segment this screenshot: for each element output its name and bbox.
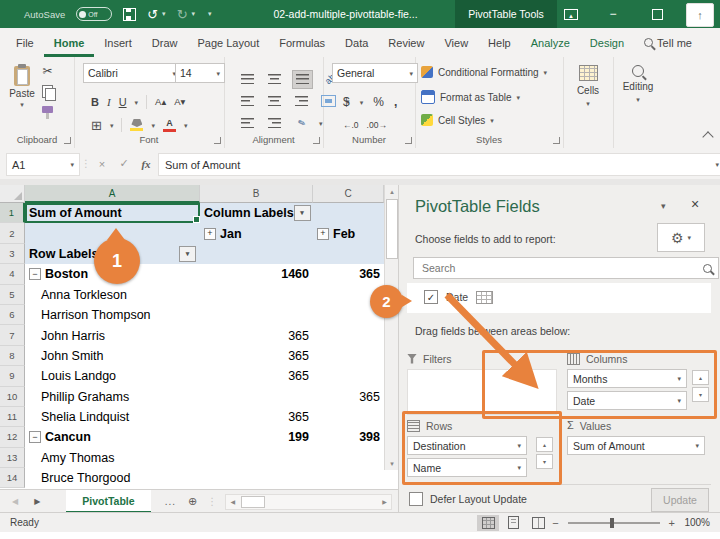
comma-button[interactable]: , xyxy=(394,95,397,109)
dropdown-icon[interactable]: ▾ xyxy=(517,464,521,471)
cell-A11[interactable]: Shelia Lindquist xyxy=(25,407,200,427)
sheet-tab-pivottable[interactable]: PivotTable xyxy=(66,490,150,513)
tab-analyze[interactable]: Analyze xyxy=(521,28,580,57)
scroll-down-icon[interactable]: ▾ xyxy=(385,457,399,470)
undo-icon[interactable]: ↺ xyxy=(147,8,158,21)
cell-A12[interactable]: −Cancun xyxy=(25,427,200,447)
tab-insert[interactable]: Insert xyxy=(94,28,142,57)
row-header-12[interactable]: 12 xyxy=(0,427,25,447)
customize-qat-icon[interactable]: ▾ xyxy=(208,10,212,18)
new-sheet-icon[interactable]: ⊕ xyxy=(188,495,197,508)
next-sheet-icon[interactable]: ▶ xyxy=(34,497,40,506)
cell-A14[interactable]: Bruce Thorgood xyxy=(25,468,200,488)
dialog-launcher-icon[interactable] xyxy=(553,137,560,144)
scroll-up-icon[interactable]: ▴ xyxy=(385,185,399,198)
currency-button[interactable]: $ xyxy=(343,95,350,109)
row-header-14[interactable]: 14 xyxy=(0,468,25,488)
enter-icon[interactable]: ✓ xyxy=(114,153,134,174)
cell-C9[interactable] xyxy=(313,366,384,386)
cell-B9[interactable]: 365 xyxy=(200,366,313,386)
cell-B4[interactable]: 1460 xyxy=(200,264,313,284)
cell-A8[interactable]: John Smith xyxy=(25,346,200,366)
page-break-view-button[interactable] xyxy=(527,515,549,531)
editing-button[interactable]: Editing ▾ xyxy=(617,65,659,103)
field-item-date[interactable]: ✓Date xyxy=(416,283,501,311)
currency-dropdown-icon[interactable]: ▾ xyxy=(360,99,364,106)
tab-formulas[interactable]: Formulas xyxy=(269,28,335,57)
area-field-name[interactable]: Name▾ xyxy=(407,458,527,477)
alignment-dropdown-icon[interactable]: ▾ xyxy=(319,120,323,127)
cell-A1[interactable]: Sum of Amount xyxy=(25,203,200,223)
normal-view-button[interactable] xyxy=(477,515,499,531)
decrease-decimal-button[interactable]: .00→ xyxy=(367,120,387,130)
conditional-formatting-button[interactable]: Conditional Formatting▾ xyxy=(421,66,547,78)
decrease-indent-button[interactable] xyxy=(238,115,257,132)
copy-icon[interactable] xyxy=(42,85,53,98)
dropdown-icon[interactable]: ▾ xyxy=(677,397,681,404)
area-field-months[interactable]: Months▾ xyxy=(567,369,687,388)
bold-button[interactable]: B xyxy=(91,97,99,108)
shrink-font-button[interactable]: A▾ xyxy=(174,97,185,107)
scroll-right-icon[interactable]: ▶ xyxy=(378,496,391,508)
tab-data[interactable]: Data xyxy=(335,28,378,57)
cell-C14[interactable] xyxy=(313,468,384,488)
cell-B10[interactable] xyxy=(200,387,313,407)
defer-layout-checkbox[interactable] xyxy=(409,492,423,506)
pivottable-tools-contextual-tab[interactable]: PivotTable Tools xyxy=(455,0,557,28)
cell-C3[interactable] xyxy=(313,244,384,264)
borders-icon[interactable]: ⊞ xyxy=(91,119,102,132)
align-left-button[interactable] xyxy=(238,93,257,110)
collapse-icon[interactable]: − xyxy=(29,431,41,443)
row-header-9[interactable]: 9 xyxy=(0,366,25,386)
row-header-2[interactable]: 2 xyxy=(0,223,25,243)
row-header-3[interactable]: 3 xyxy=(0,244,25,264)
align-bottom-button[interactable] xyxy=(292,70,313,89)
align-middle-button[interactable] xyxy=(265,71,284,88)
tab-help[interactable]: Help xyxy=(478,28,521,57)
move-up-icon[interactable]: ▴ xyxy=(692,370,709,385)
redo-icon[interactable]: ↻ xyxy=(177,8,188,21)
row-header-6[interactable]: 6 xyxy=(0,305,25,325)
row-header-11[interactable]: 11 xyxy=(0,407,25,427)
tab-home[interactable]: Home xyxy=(44,28,95,57)
increase-indent-button[interactable] xyxy=(265,115,284,132)
font-color-button[interactable]: A xyxy=(163,119,176,132)
select-all-corner[interactable] xyxy=(0,185,25,203)
sheet-tab-overflow[interactable]: ... xyxy=(165,496,176,507)
redo-dropdown-icon[interactable]: ▾ xyxy=(192,10,196,18)
area-field-date[interactable]: Date▾ xyxy=(567,391,687,410)
tab-draw[interactable]: Draw xyxy=(142,28,188,57)
autosave-toggle[interactable]: Off xyxy=(76,7,112,21)
cell-B7[interactable]: 365 xyxy=(200,325,313,345)
checkbox-date[interactable]: ✓ xyxy=(424,290,438,304)
ribbon-display-options-button[interactable]: ▲ xyxy=(556,0,586,28)
percent-button[interactable]: % xyxy=(373,95,384,109)
cell-B6[interactable] xyxy=(200,305,313,325)
horizontal-scrollbar[interactable]: ◀ ▶ xyxy=(225,494,392,510)
dialog-launcher-icon[interactable] xyxy=(313,137,320,144)
cut-icon[interactable]: ✂ xyxy=(42,65,52,77)
dialog-launcher-icon[interactable] xyxy=(64,137,71,144)
tab-view[interactable]: View xyxy=(434,28,478,57)
expand-icon[interactable]: + xyxy=(204,228,216,240)
cell-A7[interactable]: John Harris xyxy=(25,325,200,345)
expand-icon[interactable]: + xyxy=(317,228,329,240)
font-size-select[interactable]: 14▾ xyxy=(175,63,225,83)
align-center-button[interactable] xyxy=(265,93,284,110)
font-name-select[interactable]: Calibri▾ xyxy=(83,63,181,83)
cell-A5[interactable]: Anna Torkleson xyxy=(25,285,200,305)
number-format-select[interactable]: General▾ xyxy=(332,63,418,83)
update-button[interactable]: Update xyxy=(651,488,709,512)
formula-input[interactable]: Sum of Amount▾ xyxy=(158,153,720,176)
cell-B11[interactable]: 365 xyxy=(200,407,313,427)
dropdown-icon[interactable]: ▾ xyxy=(677,375,681,382)
dropdown-icon[interactable]: ▾ xyxy=(695,442,699,449)
cell-C4[interactable]: 365 xyxy=(313,264,384,284)
pane-options-icon[interactable]: ▾ xyxy=(661,201,666,211)
zoom-slider-thumb[interactable] xyxy=(610,518,614,528)
cell-B1[interactable]: Column Labels▾ xyxy=(200,203,313,223)
row-header-7[interactable]: 7 xyxy=(0,325,25,345)
zoom-out-button[interactable]: − xyxy=(552,517,558,529)
borders-dropdown-icon[interactable]: ▾ xyxy=(110,122,114,129)
filters-drop-zone[interactable] xyxy=(407,369,557,415)
